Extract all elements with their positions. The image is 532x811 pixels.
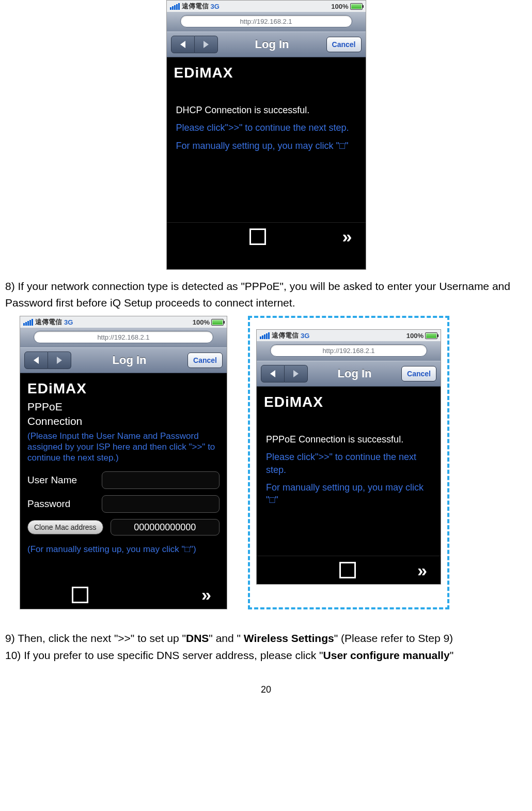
clone-mac-button[interactable]: Clone Mac address (27, 520, 103, 534)
next-button[interactable]: » (342, 226, 349, 247)
cancel-button[interactable]: Cancel (187, 353, 223, 368)
signal-icon (170, 3, 180, 10)
manual-setup-button[interactable] (72, 587, 88, 603)
forward-icon (293, 370, 299, 377)
title-bar: Log In Cancel (20, 347, 227, 373)
forward-button[interactable] (285, 365, 308, 382)
back-icon (270, 370, 275, 377)
pppoe-hint: (Please Input the User Name and Password… (20, 429, 227, 469)
instruction-line2: For manually setting up, you may click "… (266, 481, 431, 507)
network-label: 3G (211, 3, 220, 10)
next-button[interactable]: » (201, 585, 208, 605)
username-input[interactable] (102, 471, 220, 489)
url-field[interactable]: http://192.168.2.1 (34, 331, 213, 343)
forward-icon (204, 41, 209, 48)
back-button[interactable] (24, 351, 48, 369)
password-input[interactable] (102, 495, 220, 513)
url-field[interactable]: http://192.168.2.1 (270, 344, 427, 357)
carrier-label: 遠傳電信 (272, 331, 299, 340)
url-field[interactable]: http://192.168.2.1 (180, 15, 352, 27)
forward-button[interactable] (48, 351, 71, 369)
title-bar: Log In Cancel (257, 361, 441, 387)
screenshot-pppoe-form: 遠傳電信 3G 100% http://192.168.2.1 Log In C… (20, 316, 227, 609)
battery-icon (350, 3, 363, 10)
carrier-label: 遠傳電信 (182, 2, 209, 11)
manual-setup-button[interactable] (339, 562, 356, 578)
status-bar: 遠傳電信 3G 100% (20, 316, 227, 328)
username-label: User Name (27, 475, 95, 486)
cancel-button[interactable]: Cancel (326, 37, 362, 52)
back-button[interactable] (171, 36, 195, 53)
battery-pct: 100% (331, 3, 348, 10)
signal-icon (260, 332, 270, 339)
url-bar: http://192.168.2.1 (20, 328, 227, 347)
url-bar: http://192.168.2.1 (167, 12, 366, 32)
status-bar: 遠傳電信 3G 100% (167, 1, 366, 12)
screenshot-dhcp-success: 遠傳電信 3G 100% http://192.168.2.1 Log In C… (166, 0, 366, 270)
page-title: Log In (312, 367, 397, 380)
pppoe-heading1: PPPoE (20, 399, 227, 414)
url-bar: http://192.168.2.1 (257, 341, 441, 361)
forward-icon (57, 357, 62, 364)
status-heading: DHCP Connection is successful. (176, 104, 356, 116)
manual-hint: (For manually setting up, you may click … (20, 539, 227, 560)
instruction-line1: Please click">>" to continue the next st… (266, 451, 431, 476)
network-label: 3G (64, 318, 73, 326)
status-bar: 遠傳電信 3G 100% (257, 330, 441, 341)
step9-text: 9) Then, click the next ">>" to set up "… (5, 630, 527, 647)
page-title: Log In (222, 38, 322, 51)
instruction-line1: Please click">>" to continue the next st… (176, 121, 356, 134)
pppoe-heading2: Connection (20, 414, 227, 428)
mac-address-field[interactable]: 000000000000 (111, 519, 220, 535)
battery-pct: 100% (406, 332, 424, 340)
highlighted-screenshot: 遠傳電信 3G 100% http://192.168.2.1 (248, 316, 449, 609)
signal-icon (23, 319, 33, 326)
brand-logo: EDiMAX (167, 63, 366, 88)
battery-icon (425, 332, 437, 339)
status-heading: PPPoE Connection is successful. (266, 433, 431, 446)
manual-setup-button[interactable] (249, 228, 266, 245)
screenshot-pppoe-success: 遠傳電信 3G 100% http://192.168.2.1 (256, 329, 441, 585)
battery-icon (211, 319, 224, 326)
page-title: Log In (75, 354, 183, 367)
brand-logo: EDiMAX (257, 392, 441, 418)
step10-text: 10) If you prefer to use specific DNS se… (5, 647, 527, 664)
instruction-line2: For manually setting up, you may click "… (176, 140, 356, 152)
brand-logo: EDiMAX (20, 378, 227, 399)
forward-button[interactable] (195, 36, 218, 53)
back-icon (34, 357, 39, 364)
password-label: Password (27, 498, 95, 510)
back-button[interactable] (261, 365, 285, 382)
network-label: 3G (301, 332, 309, 340)
carrier-label: 遠傳電信 (35, 317, 62, 327)
battery-pct: 100% (193, 318, 210, 326)
page-number: 20 (5, 684, 527, 695)
next-button[interactable]: » (417, 560, 424, 580)
cancel-button[interactable]: Cancel (401, 366, 436, 381)
back-icon (180, 41, 185, 48)
title-bar: Log In Cancel (167, 32, 366, 57)
step8-text: 8) If your network connection type is de… (5, 278, 527, 311)
